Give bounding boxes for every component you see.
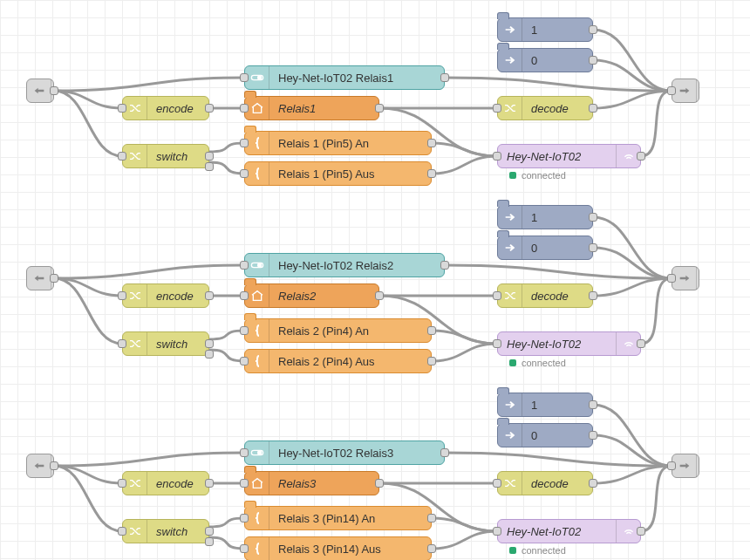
svg-point-3 (257, 263, 261, 267)
ui-switch-1[interactable]: Hey-Net-IoT02 Relais2 (244, 253, 445, 277)
decode-1[interactable]: decode (497, 283, 593, 308)
template-aus-1-label: Relais 2 (Pin4) Aus (269, 355, 431, 368)
decode-1-label: decode (522, 290, 592, 303)
brace-icon (245, 319, 269, 342)
template-aus-0[interactable]: Relais 1 (Pin5) Aus (244, 161, 432, 186)
template-aus-2[interactable]: Relais 3 (Pin14) Aus (244, 536, 432, 560)
brace-icon (245, 507, 269, 529)
inject-1-2[interactable]: 1 (497, 393, 593, 417)
ui-switch-0-label: Hey-Net-IoT02 Relais1 (269, 72, 444, 85)
link-in-1[interactable] (26, 266, 54, 290)
home-icon (245, 97, 269, 120)
template-an-1[interactable]: Relais 2 (Pin4) An (244, 318, 432, 343)
link-out-icon (672, 267, 697, 290)
arrow-icon (498, 393, 522, 416)
mqtt-status-1: connected (509, 358, 566, 368)
relais-1-label: Relais2 (269, 290, 378, 303)
relais-1[interactable]: Relais2 (244, 283, 379, 308)
brace-icon (245, 537, 269, 560)
inject-1-0[interactable]: 1 (497, 17, 593, 42)
ui-switch-2[interactable]: Hey-Net-IoT02 Relais3 (244, 440, 445, 465)
shuffle-icon (498, 97, 522, 120)
inject-1-1-label: 1 (522, 211, 592, 224)
ui-switch-2-label: Hey-Net-IoT02 Relais3 (269, 447, 444, 460)
encode-0-label: encode (147, 102, 208, 115)
inject-0-2[interactable]: 0 (497, 423, 593, 447)
template-aus-1[interactable]: Relais 2 (Pin4) Aus (244, 349, 432, 373)
encode-2-label: encode (147, 477, 208, 490)
link-out-0[interactable] (672, 79, 699, 103)
template-an-0[interactable]: Relais 1 (Pin5) An (244, 131, 432, 155)
shuffle-icon (123, 472, 147, 495)
mqtt-0-label: Hey-Net-IoT02 (498, 150, 616, 163)
mqtt-status-2: connected (509, 545, 566, 556)
inject-0-0-label: 0 (522, 54, 592, 67)
encode-2[interactable]: encode (122, 471, 209, 495)
mqtt-2-label: Hey-Net-IoT02 (498, 525, 616, 538)
template-an-2[interactable]: Relais 3 (Pin14) An (244, 506, 432, 530)
mqtt-status-text-2: connected (522, 545, 566, 556)
svg-point-5 (257, 451, 261, 454)
home-icon (245, 472, 269, 495)
template-aus-2-label: Relais 3 (Pin14) Aus (269, 543, 431, 556)
mqtt-status-0: connected (509, 170, 566, 181)
svg-point-1 (257, 76, 261, 79)
inject-0-0[interactable]: 0 (497, 48, 593, 72)
shuffle-icon (498, 284, 522, 307)
relais-0[interactable]: Relais1 (244, 96, 379, 120)
brace-icon (245, 132, 269, 154)
inject-0-1[interactable]: 0 (497, 236, 593, 260)
inject-1-1[interactable]: 1 (497, 205, 593, 229)
status-dot-icon (509, 547, 516, 554)
status-dot-icon (509, 172, 516, 179)
mqtt-0[interactable]: Hey-Net-IoT02 (497, 144, 641, 168)
link-in-icon (27, 454, 51, 477)
shuffle-icon (123, 332, 147, 355)
shuffle-icon (498, 472, 522, 495)
decode-0-label: decode (522, 102, 592, 115)
inject-0-2-label: 0 (522, 429, 592, 442)
encode-1[interactable]: encode (122, 283, 209, 308)
link-in-2[interactable] (26, 454, 54, 478)
ui-switch-1-label: Hey-Net-IoT02 Relais2 (269, 259, 444, 272)
link-out-1[interactable] (672, 266, 699, 290)
shuffle-icon (123, 284, 147, 307)
mqtt-2[interactable]: Hey-Net-IoT02 (497, 519, 641, 543)
link-in-icon (27, 79, 51, 102)
inject-1-2-label: 1 (522, 399, 592, 412)
shuffle-icon (123, 520, 147, 543)
ui-switch-0[interactable]: Hey-Net-IoT02 Relais1 (244, 65, 445, 90)
brace-icon (245, 162, 269, 185)
toggle-icon (245, 441, 269, 464)
switch-0-label: switch (147, 150, 208, 163)
switch-1[interactable]: switch (122, 331, 209, 356)
decode-0[interactable]: decode (497, 96, 593, 120)
mqtt-1[interactable]: Hey-Net-IoT02 (497, 331, 641, 356)
switch-0[interactable]: switch (122, 144, 209, 168)
switch-2[interactable]: switch (122, 519, 209, 543)
link-in-0[interactable] (26, 79, 54, 103)
link-in-icon (27, 267, 51, 290)
switch-2-label: switch (147, 525, 208, 538)
shuffle-icon (123, 145, 147, 167)
arrow-icon (498, 49, 522, 72)
template-aus-0-label: Relais 1 (Pin5) Aus (269, 167, 431, 181)
inject-0-1-label: 0 (522, 242, 592, 255)
shuffle-icon (123, 97, 147, 120)
mqtt-1-label: Hey-Net-IoT02 (498, 338, 616, 351)
link-out-icon (672, 79, 697, 102)
switch-1-label: switch (147, 338, 208, 351)
decode-2[interactable]: decode (497, 471, 593, 495)
template-an-1-label: Relais 2 (Pin4) An (269, 324, 431, 338)
arrow-icon (498, 18, 522, 41)
mqtt-status-text-0: connected (522, 170, 566, 181)
mqtt-status-text-1: connected (522, 358, 566, 368)
relais-2-label: Relais3 (269, 477, 378, 490)
arrow-icon (498, 424, 522, 447)
relais-2[interactable]: Relais3 (244, 471, 379, 495)
brace-icon (245, 350, 269, 372)
encode-1-label: encode (147, 290, 208, 303)
encode-0[interactable]: encode (122, 96, 209, 120)
template-an-2-label: Relais 3 (Pin14) An (269, 512, 431, 525)
link-out-2[interactable] (672, 454, 699, 478)
